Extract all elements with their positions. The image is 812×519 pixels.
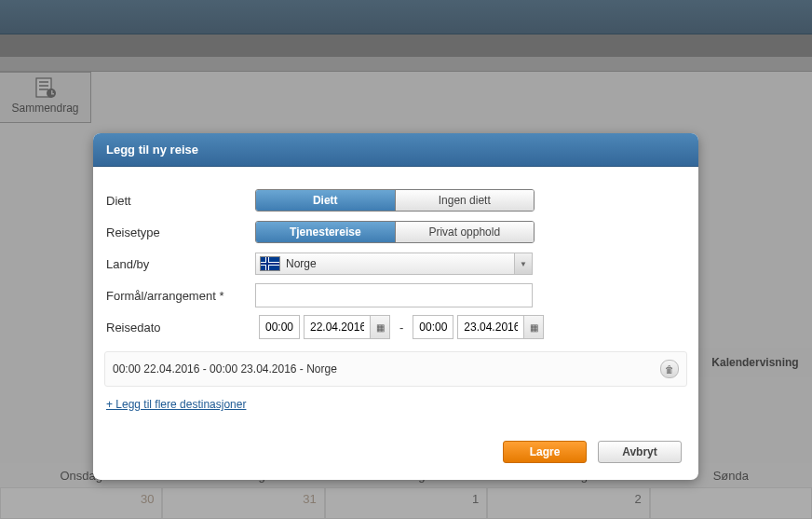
label-land: Land/by bbox=[106, 257, 255, 271]
purpose-input[interactable] bbox=[255, 283, 533, 307]
add-destination-link[interactable]: + Legg til flere destinasjoner bbox=[106, 398, 246, 411]
diett-on[interactable]: Diett bbox=[256, 190, 396, 211]
trash-icon[interactable]: 🗑 bbox=[660, 360, 679, 378]
trip-summary-row: 00:00 22.04.2016 - 00:00 23.04.2016 - No… bbox=[104, 351, 687, 387]
trip-summary-text: 00:00 22.04.2016 - 00:00 23.04.2016 - No… bbox=[113, 362, 337, 376]
calendar-icon[interactable]: ▦ bbox=[523, 316, 543, 338]
reisetype-off[interactable]: Privat opphold bbox=[396, 222, 535, 242]
to-date-field[interactable] bbox=[458, 316, 523, 338]
from-date-field[interactable] bbox=[304, 316, 370, 338]
reisetype-on[interactable]: Tjenestereise bbox=[256, 222, 396, 242]
country-select[interactable]: Norge ▼ bbox=[255, 253, 533, 275]
diett-off[interactable]: Ingen diett bbox=[396, 190, 535, 211]
add-trip-dialog: Legg til ny reise Diett Diett Ingen diet… bbox=[93, 133, 698, 480]
country-name: Norge bbox=[286, 257, 317, 270]
to-date-input[interactable]: ▦ bbox=[457, 315, 544, 339]
date-separator: - bbox=[394, 321, 409, 335]
label-reisedato: Reisedato bbox=[106, 321, 255, 335]
label-reisetype: Reisetype bbox=[106, 225, 255, 239]
dialog-buttons: Lagre Avbryt bbox=[93, 428, 698, 480]
label-diett: Diett bbox=[106, 194, 255, 208]
calendar-icon[interactable]: ▦ bbox=[370, 316, 389, 338]
diett-toggle[interactable]: Diett Ingen diett bbox=[255, 189, 535, 212]
save-button[interactable]: Lagre bbox=[503, 441, 587, 463]
from-time-input[interactable] bbox=[259, 315, 300, 339]
cancel-button[interactable]: Avbryt bbox=[598, 441, 682, 463]
label-formal: Formål/arrangement * bbox=[106, 289, 255, 303]
to-time-input[interactable] bbox=[413, 315, 453, 339]
reisetype-toggle[interactable]: Tjenestereise Privat opphold bbox=[255, 221, 535, 243]
dialog-title: Legg til ny reise bbox=[93, 133, 698, 167]
chevron-down-icon[interactable]: ▼ bbox=[514, 253, 532, 274]
norway-flag-icon bbox=[260, 256, 280, 271]
from-date-input[interactable]: ▦ bbox=[304, 315, 390, 339]
